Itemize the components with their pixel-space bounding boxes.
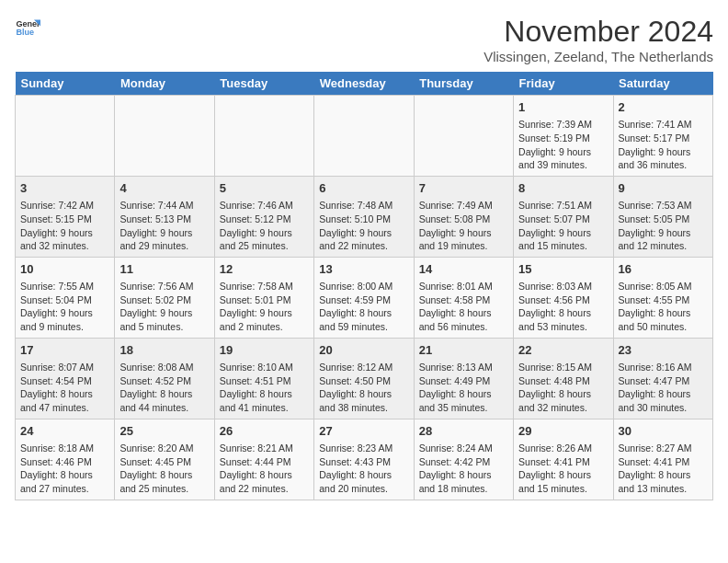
- day-info: Daylight: 8 hours and 41 minutes.: [220, 387, 309, 414]
- calendar-cell: 25Sunrise: 8:20 AMSunset: 4:45 PMDayligh…: [115, 419, 214, 500]
- calendar-cell: 8Sunrise: 7:51 AMSunset: 5:07 PMDaylight…: [514, 176, 613, 257]
- col-header-friday: Friday: [514, 72, 613, 96]
- day-info: Daylight: 9 hours and 9 minutes.: [20, 306, 109, 333]
- day-info: Daylight: 8 hours and 32 minutes.: [518, 387, 608, 414]
- calendar-cell: 26Sunrise: 8:21 AMSunset: 4:44 PMDayligh…: [214, 419, 313, 500]
- calendar-table: SundayMondayTuesdayWednesdayThursdayFrid…: [15, 72, 713, 500]
- day-number: 22: [518, 342, 608, 359]
- day-info: Daylight: 8 hours and 15 minutes.: [518, 468, 608, 495]
- calendar-cell: 23Sunrise: 8:16 AMSunset: 4:47 PMDayligh…: [613, 338, 712, 419]
- day-info: Sunset: 4:54 PM: [20, 374, 109, 388]
- day-number: 1: [518, 99, 608, 116]
- day-info: Sunset: 4:49 PM: [419, 374, 508, 388]
- day-info: Sunset: 4:51 PM: [220, 374, 309, 388]
- day-info: Sunrise: 7:41 AM: [619, 118, 708, 132]
- calendar-cell: 10Sunrise: 7:55 AMSunset: 5:04 PMDayligh…: [16, 257, 115, 338]
- day-info: Sunrise: 8:21 AM: [220, 442, 309, 455]
- day-number: 10: [20, 261, 109, 278]
- day-info: Daylight: 8 hours and 27 minutes.: [20, 468, 109, 495]
- day-info: Sunset: 4:52 PM: [119, 374, 209, 388]
- day-info: Sunrise: 7:49 AM: [419, 199, 508, 213]
- calendar-cell: 17Sunrise: 8:07 AMSunset: 4:54 PMDayligh…: [16, 338, 115, 419]
- week-row-1: 1Sunrise: 7:39 AMSunset: 5:19 PMDaylight…: [16, 96, 713, 177]
- calendar-cell: 3Sunrise: 7:42 AMSunset: 5:15 PMDaylight…: [16, 176, 115, 257]
- calendar-cell: 4Sunrise: 7:44 AMSunset: 5:13 PMDaylight…: [115, 176, 214, 257]
- day-number: 18: [119, 342, 209, 359]
- calendar-cell: 7Sunrise: 7:49 AMSunset: 5:08 PMDaylight…: [414, 176, 513, 257]
- week-row-5: 24Sunrise: 8:18 AMSunset: 4:46 PMDayligh…: [16, 419, 713, 500]
- day-number: 9: [619, 180, 708, 197]
- day-info: Sunrise: 8:15 AM: [518, 361, 608, 374]
- day-info: Daylight: 9 hours and 29 minutes.: [119, 226, 209, 253]
- day-info: Sunrise: 8:13 AM: [419, 361, 508, 374]
- calendar-cell: 1Sunrise: 7:39 AMSunset: 5:19 PMDaylight…: [514, 96, 613, 177]
- calendar-cell: 14Sunrise: 8:01 AMSunset: 4:58 PMDayligh…: [414, 257, 513, 338]
- day-number: 26: [220, 423, 309, 440]
- calendar-cell: 22Sunrise: 8:15 AMSunset: 4:48 PMDayligh…: [514, 338, 613, 419]
- day-number: 5: [220, 180, 309, 197]
- calendar-cell: 29Sunrise: 8:26 AMSunset: 4:41 PMDayligh…: [514, 419, 613, 500]
- day-number: 15: [518, 261, 608, 278]
- calendar-cell: [414, 96, 513, 177]
- page-header: General Blue November 2024 Vlissingen, Z…: [15, 15, 713, 64]
- day-info: Sunset: 4:44 PM: [220, 455, 309, 469]
- day-number: 2: [619, 99, 708, 116]
- day-info: Sunset: 4:50 PM: [319, 374, 408, 388]
- day-info: Sunrise: 8:07 AM: [20, 361, 109, 374]
- day-info: Daylight: 9 hours and 15 minutes.: [518, 226, 608, 253]
- day-number: 6: [319, 180, 408, 197]
- col-header-tuesday: Tuesday: [214, 72, 313, 96]
- calendar-cell: 19Sunrise: 8:10 AMSunset: 4:51 PMDayligh…: [214, 338, 313, 419]
- day-info: Daylight: 8 hours and 50 minutes.: [619, 306, 708, 333]
- calendar-cell: [214, 96, 313, 177]
- day-info: Sunrise: 7:55 AM: [20, 280, 109, 293]
- day-number: 27: [319, 423, 408, 440]
- day-info: Sunset: 5:10 PM: [319, 213, 408, 226]
- calendar-cell: 12Sunrise: 7:58 AMSunset: 5:01 PMDayligh…: [214, 257, 313, 338]
- day-info: Daylight: 8 hours and 20 minutes.: [319, 468, 408, 495]
- day-info: Daylight: 9 hours and 25 minutes.: [220, 226, 309, 253]
- day-number: 24: [20, 423, 109, 440]
- day-number: 14: [419, 261, 508, 278]
- day-info: Sunrise: 7:44 AM: [119, 199, 209, 213]
- col-header-monday: Monday: [115, 72, 214, 96]
- day-info: Sunset: 5:15 PM: [20, 213, 109, 226]
- day-info: Sunrise: 8:01 AM: [419, 280, 508, 293]
- day-number: 4: [119, 180, 209, 197]
- day-number: 28: [419, 423, 508, 440]
- calendar-cell: 15Sunrise: 8:03 AMSunset: 4:56 PMDayligh…: [514, 257, 613, 338]
- calendar-cell: 24Sunrise: 8:18 AMSunset: 4:46 PMDayligh…: [16, 419, 115, 500]
- day-number: 7: [419, 180, 508, 197]
- day-info: Sunrise: 8:00 AM: [319, 280, 408, 293]
- day-number: 16: [619, 261, 708, 278]
- day-info: Sunset: 4:41 PM: [518, 455, 608, 469]
- day-number: 19: [220, 342, 309, 359]
- day-info: Sunset: 4:48 PM: [518, 374, 608, 388]
- calendar-cell: 5Sunrise: 7:46 AMSunset: 5:12 PMDaylight…: [214, 176, 313, 257]
- title-area: November 2024 Vlissingen, Zeeland, The N…: [483, 15, 713, 64]
- day-info: Sunrise: 8:26 AM: [518, 442, 608, 455]
- day-info: Sunset: 4:58 PM: [419, 293, 508, 307]
- day-info: Sunrise: 7:46 AM: [220, 199, 309, 213]
- day-number: 3: [20, 180, 109, 197]
- day-info: Daylight: 9 hours and 32 minutes.: [20, 226, 109, 253]
- day-info: Sunrise: 8:12 AM: [319, 361, 408, 374]
- day-info: Sunrise: 8:18 AM: [20, 442, 109, 455]
- day-info: Sunset: 5:12 PM: [220, 213, 309, 226]
- day-info: Sunrise: 7:56 AM: [119, 280, 209, 293]
- day-info: Daylight: 8 hours and 47 minutes.: [20, 387, 109, 414]
- day-info: Sunrise: 7:42 AM: [20, 199, 109, 213]
- day-info: Daylight: 8 hours and 59 minutes.: [319, 306, 408, 333]
- day-info: Daylight: 8 hours and 13 minutes.: [619, 468, 708, 495]
- col-header-sunday: Sunday: [16, 72, 115, 96]
- day-info: Sunset: 4:55 PM: [619, 293, 708, 307]
- calendar-cell: [115, 96, 214, 177]
- calendar-cell: 6Sunrise: 7:48 AMSunset: 5:10 PMDaylight…: [314, 176, 414, 257]
- week-row-4: 17Sunrise: 8:07 AMSunset: 4:54 PMDayligh…: [16, 338, 713, 419]
- day-info: Daylight: 8 hours and 18 minutes.: [419, 468, 508, 495]
- day-info: Daylight: 9 hours and 39 minutes.: [518, 145, 608, 172]
- day-number: 17: [20, 342, 109, 359]
- calendar-cell: 2Sunrise: 7:41 AMSunset: 5:17 PMDaylight…: [613, 96, 712, 177]
- day-info: Daylight: 9 hours and 22 minutes.: [319, 226, 408, 253]
- day-info: Sunset: 5:08 PM: [419, 213, 508, 226]
